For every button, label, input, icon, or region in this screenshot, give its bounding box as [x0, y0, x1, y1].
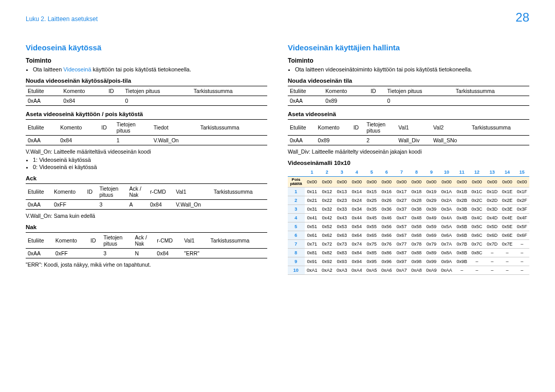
model-cell: 0x38 [409, 205, 424, 214]
model-cell: 0x63 [335, 231, 349, 240]
model-cell: 0x6C [469, 231, 485, 240]
model-cell: 0x96 [379, 257, 394, 266]
model-cell: 0x87 [394, 249, 409, 257]
model-cell: 0x44 [349, 214, 364, 222]
model-cell: 0x92 [320, 257, 335, 266]
model-col-head: 9 [424, 168, 439, 177]
model-table: 123456789101112131415Poispäältä0x000x000… [288, 168, 529, 275]
model-cell: 0x2C [469, 196, 485, 205]
model-cell: 0xA2 [320, 266, 335, 275]
model-cell: 0x82 [320, 249, 335, 257]
model-cell: 0x72 [320, 240, 335, 249]
model-cell: 0x00 [454, 177, 469, 188]
model-cell: 0x00 [424, 177, 439, 188]
model-cell: 0x94 [349, 257, 364, 266]
document-page: 28 Luku 2. Laitteen asetukset Videoseinä… [0, 0, 555, 285]
model-cell: – [454, 266, 469, 275]
model-cell: 0xAA [439, 266, 454, 275]
get-table-right: Etuliite Komento ID Tietojen pituus Tark… [288, 86, 529, 106]
section-title-right: Videoseinän käyttäjien hallinta [288, 43, 529, 52]
model-cell: 0x00 [485, 177, 500, 188]
model-cell: 0x19 [424, 188, 439, 196]
model-cell: 0x53 [335, 222, 349, 231]
model-cell: – [515, 266, 530, 275]
model-cell: 0x67 [394, 231, 409, 240]
ack-table: Etuliite Komento ID Tietojenpituus Ack /… [26, 183, 267, 210]
model-heading: Videoseinämalli 10x10 [288, 160, 529, 166]
model-cell: 0x29 [424, 196, 439, 205]
model-cell: 0x55 [364, 222, 379, 231]
model-cell: 0x4D [485, 214, 500, 222]
model-cell: 0x26 [379, 196, 394, 205]
model-cell: 0x65 [364, 231, 379, 240]
opt1: 1: Videoseinä käytössä [33, 157, 267, 163]
model-cell: 0x49 [424, 214, 439, 222]
model-cell: 0x4A [439, 214, 454, 222]
model-row-head: 3 [288, 205, 304, 214]
model-cell: 0x42 [320, 214, 335, 222]
model-cell: 0x8A [439, 249, 454, 257]
model-row-head: 6 [288, 231, 304, 240]
model-cell: 0x15 [364, 188, 379, 196]
model-cell: 0x41 [304, 214, 320, 222]
model-cell: 0x52 [320, 222, 335, 231]
model-cell: 0x6D [485, 231, 500, 240]
model-cell: 0x25 [364, 196, 379, 205]
model-cell: 0x3B [454, 205, 469, 214]
model-cell: 0x00 [409, 177, 424, 188]
model-cell: 0x3D [485, 205, 500, 214]
model-cell: 0x56 [379, 222, 394, 231]
model-row-head: 4 [288, 214, 304, 222]
model-cell: 0x4F [515, 214, 530, 222]
model-cell: 0x99 [424, 257, 439, 266]
model-cell: 0x9B [454, 257, 469, 266]
model-col-head: 15 [515, 168, 530, 177]
model-col-head: 2 [320, 168, 335, 177]
model-row-head: 7 [288, 240, 304, 249]
model-cell: 0x7A [439, 240, 454, 249]
model-cell: 0x5B [454, 222, 469, 231]
set-heading-right: Aseta videoseinä [288, 111, 529, 117]
model-row-head: 9 [288, 257, 304, 266]
model-cell: 0x83 [335, 249, 349, 257]
model-cell: – [515, 257, 530, 266]
model-cell: 0x00 [515, 177, 530, 188]
model-cell: – [485, 266, 500, 275]
model-cell: 0x18 [409, 188, 424, 196]
model-cell: 0x75 [364, 240, 379, 249]
model-cell: 0x66 [379, 231, 394, 240]
model-cell: 0x59 [424, 222, 439, 231]
model-cell: 0x86 [379, 249, 394, 257]
model-cell: 0x1B [454, 188, 469, 196]
model-cell: 0x97 [394, 257, 409, 266]
model-row-head: 8 [288, 249, 304, 257]
err-note: "ERR": Koodi, josta näkyy, mikä virhe on… [26, 262, 267, 268]
model-cell: 0x6E [499, 231, 514, 240]
model-cell: 0x2F [515, 196, 530, 205]
model-cell: 0x77 [394, 240, 409, 249]
model-cell: 0x1A [439, 188, 454, 196]
model-col-head: 5 [364, 168, 379, 177]
model-cell: 0x45 [364, 214, 379, 222]
model-col-head: 1 [304, 168, 320, 177]
model-col-head: 7 [394, 168, 409, 177]
model-cell: 0x23 [335, 196, 349, 205]
model-cell: 0x00 [364, 177, 379, 188]
model-col-head: 14 [499, 168, 514, 177]
model-cell: 0x16 [379, 188, 394, 196]
model-cell: 0x1F [515, 188, 530, 196]
model-cell: 0x24 [349, 196, 364, 205]
model-cell: 0xA6 [379, 266, 394, 275]
model-cell: 0x62 [320, 231, 335, 240]
model-cell: 0x3E [499, 205, 514, 214]
model-cell: 0xA5 [364, 266, 379, 275]
section-title-left: Videoseinä käytössä [26, 43, 267, 52]
model-cell: 0x2E [499, 196, 514, 205]
model-cell: 0x89 [424, 249, 439, 257]
model-cell: – [499, 257, 514, 266]
model-cell: 0x00 [469, 177, 485, 188]
model-cell: 0x13 [335, 188, 349, 196]
model-cell: 0x22 [320, 196, 335, 205]
model-cell: – [485, 257, 500, 266]
model-cell: 0x68 [409, 231, 424, 240]
